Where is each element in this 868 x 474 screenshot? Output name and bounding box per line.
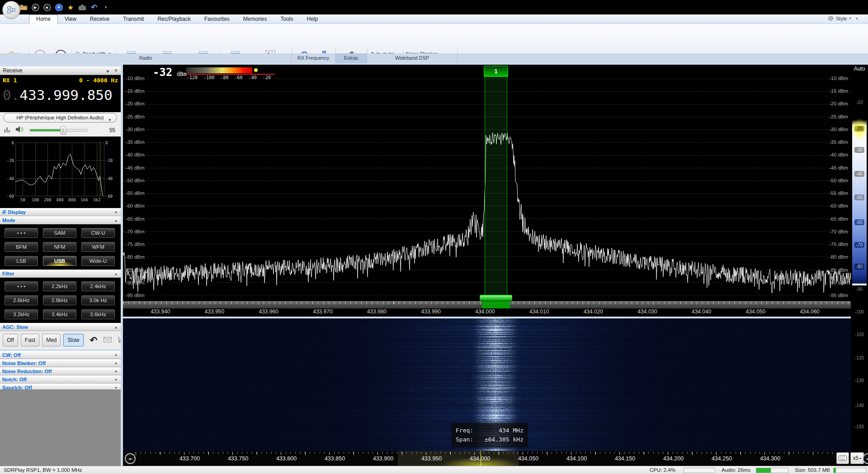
volume-slider-thumb[interactable] bbox=[60, 126, 66, 135]
mode-wideu-button[interactable]: Wide-U bbox=[81, 256, 115, 266]
dbm-axis-label: -85 dBm bbox=[126, 267, 145, 273]
agc-section-header[interactable]: AGC: Slow ▲ bbox=[0, 323, 121, 331]
agc-slow-button[interactable]: Slow bbox=[63, 334, 83, 346]
chevron-down-icon[interactable]: ▼ bbox=[114, 376, 118, 384]
rx-channel-marker[interactable]: 1 bbox=[484, 66, 508, 77]
agc-off-button[interactable]: Off bbox=[3, 334, 18, 346]
chevron-up-icon[interactable]: ▲ bbox=[114, 217, 118, 224]
gauge-tick[interactable]: -60 bbox=[854, 219, 864, 225]
nav-frequency-label: 433.900 bbox=[359, 455, 407, 462]
gauge-tick[interactable]: -10 bbox=[854, 100, 864, 105]
ribbon-collapse-icon[interactable]: ▾ bbox=[856, 16, 858, 21]
dsp-section-header[interactable]: CW: Off ▼ bbox=[0, 351, 121, 359]
nav-keyboard-button[interactable] bbox=[836, 452, 849, 464]
open-folder-icon[interactable] bbox=[19, 3, 28, 12]
gauge-tick[interactable]: -100 bbox=[853, 309, 866, 315]
gauge-tick[interactable]: -70 bbox=[854, 242, 864, 248]
chevron-up-icon[interactable]: ▲ bbox=[114, 270, 118, 278]
add-icon[interactable]: + bbox=[54, 3, 63, 12]
favourite-star-icon[interactable]: ★ bbox=[66, 3, 75, 12]
nav-frequency-label: 434.100 bbox=[552, 455, 601, 462]
agc-med-button[interactable]: Med bbox=[42, 334, 61, 346]
filter-section-header[interactable]: Filter ▲ bbox=[0, 270, 121, 278]
tab-help[interactable]: Help bbox=[300, 14, 325, 24]
tab-view[interactable]: View bbox=[58, 14, 83, 24]
mode-wfm-button[interactable]: WFM bbox=[81, 242, 115, 252]
play-icon[interactable]: ▶ bbox=[31, 3, 40, 12]
quick-access-caret-icon[interactable]: ▾ bbox=[101, 3, 110, 12]
gauge-tick[interactable]: -150 bbox=[853, 424, 866, 430]
agc-undo-icon[interactable]: ↶ bbox=[90, 335, 98, 346]
tab-transmit[interactable]: Transmit bbox=[116, 14, 151, 24]
filter-32-button[interactable]: 3.2kHz bbox=[5, 309, 38, 319]
power-legend-gradient bbox=[186, 67, 252, 73]
gauge-tick[interactable]: -90 bbox=[854, 286, 864, 292]
gauge-tick[interactable]: -30 bbox=[854, 147, 864, 153]
waterfall-intensity-scale[interactable]: -10 -20 -30 -40 -50 -60 -70 -80 -90 -100… bbox=[852, 75, 867, 451]
gauge-tick[interactable]: -110 bbox=[853, 332, 865, 337]
mode-sam-button[interactable]: SAM bbox=[43, 228, 76, 238]
receive-panel-header[interactable]: Receive ▼ × bbox=[0, 66, 121, 75]
gauge-tick[interactable]: -130 bbox=[853, 378, 866, 384]
gauge-tick[interactable]: -80 bbox=[854, 264, 864, 270]
mode-section-header[interactable]: Mode ▲ bbox=[0, 216, 121, 224]
gauge-tick[interactable]: -50 bbox=[854, 194, 864, 200]
mode-nfm-button[interactable]: NFM bbox=[43, 242, 76, 252]
gauge-auto-button[interactable]: Auto bbox=[851, 66, 868, 72]
tab-favourites[interactable]: Favourites bbox=[198, 14, 236, 24]
mode-more-button[interactable]: • • • bbox=[5, 228, 38, 238]
dsp-section-header[interactable]: Noise Blanker: Off ▼ bbox=[0, 359, 121, 367]
volume-slider[interactable] bbox=[29, 129, 88, 132]
gear-icon bbox=[828, 15, 834, 21]
chevron-down-icon[interactable]: ▼ bbox=[114, 209, 118, 216]
chevron-down-icon[interactable]: ▼ bbox=[114, 368, 118, 375]
if-display-section-header[interactable]: IF Display ▼ bbox=[0, 208, 121, 216]
filter-22-button[interactable]: 2.2kHz bbox=[43, 281, 76, 291]
speaker-icon[interactable] bbox=[15, 126, 24, 135]
filter-more-button[interactable]: • • • bbox=[5, 281, 38, 291]
tab-rec-playback[interactable]: Rec/Playback bbox=[151, 14, 197, 24]
tab-receive[interactable]: Receive bbox=[83, 14, 116, 24]
filter-26-button[interactable]: 2.6kHz bbox=[5, 295, 38, 305]
filter-34-button[interactable]: 3.4kHz bbox=[43, 309, 76, 319]
filter-30-button[interactable]: 3.0k Hz bbox=[81, 295, 115, 305]
nav-pan-left-button[interactable]: ◂▸ bbox=[125, 453, 136, 464]
stop-icon[interactable]: ■ bbox=[42, 3, 52, 12]
chevron-down-icon[interactable]: ▼ bbox=[114, 360, 118, 367]
gauge-tick[interactable]: -40 bbox=[854, 171, 864, 177]
filter-24-button[interactable]: 2.4kHz bbox=[81, 281, 115, 291]
filter-36-button[interactable]: 3.6kHz bbox=[81, 309, 115, 319]
mode-usb-button[interactable]: USB bbox=[43, 256, 76, 266]
mode-cwu-button[interactable]: CW-U bbox=[81, 228, 115, 238]
dsp-section-header[interactable]: Noise Reduction: Off ▼ bbox=[0, 367, 121, 375]
equalizer-icon[interactable] bbox=[4, 126, 10, 134]
camera-icon[interactable] bbox=[78, 3, 87, 12]
tab-memories[interactable]: Memories bbox=[236, 14, 274, 24]
rx-channel-band[interactable] bbox=[485, 77, 507, 301]
audio-device-select[interactable]: HP (Périphérique High Definition Audio) … bbox=[4, 113, 117, 123]
mode-lsb-button[interactable]: LSB bbox=[5, 256, 38, 266]
agc-fast-button[interactable]: Fast bbox=[21, 334, 39, 346]
app-menu-button[interactable] bbox=[2, 1, 20, 19]
undo-icon[interactable]: ↶ bbox=[90, 3, 99, 12]
rx-channel-bottom-bar[interactable] bbox=[480, 295, 512, 301]
gauge-tick[interactable]: -20 bbox=[854, 126, 864, 132]
frequency-axis-label: 433.980 bbox=[350, 308, 404, 317]
dsp-section-header[interactable]: Notch: Off ▼ bbox=[0, 375, 121, 384]
gauge-tick[interactable]: -140 bbox=[853, 403, 866, 408]
panel-menu-icon[interactable]: ▼ bbox=[106, 67, 110, 76]
gauge-tick[interactable]: -120 bbox=[853, 355, 866, 361]
mode-bfm-button[interactable]: BFM bbox=[5, 242, 38, 252]
chevron-up-icon[interactable]: ▲ bbox=[114, 324, 118, 331]
chevron-down-icon[interactable]: ▼ bbox=[114, 352, 118, 359]
close-icon[interactable]: × bbox=[114, 66, 118, 75]
nav-zoom-button[interactable]: x5▸ bbox=[850, 452, 864, 464]
tab-home[interactable]: Home bbox=[29, 14, 58, 24]
style-menu[interactable]: Style ▾ ▾ bbox=[828, 15, 858, 21]
agc-scheme-icon[interactable] bbox=[104, 336, 112, 344]
filter-28-button[interactable]: 2.8kHz bbox=[43, 295, 76, 305]
frequency-display[interactable]: RX 1 0 - 4000 Hz 0.433.999.850 bbox=[0, 75, 121, 112]
volume-slider-fill bbox=[30, 129, 61, 131]
tuned-frequency-value[interactable]: 0.433.999.850 bbox=[3, 87, 113, 103]
tab-tools[interactable]: Tools bbox=[274, 14, 300, 24]
